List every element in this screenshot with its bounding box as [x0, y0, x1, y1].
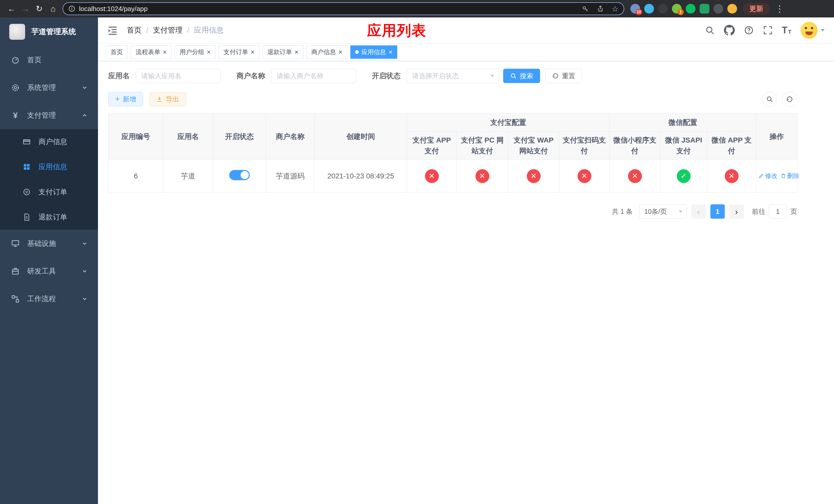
- share-icon[interactable]: [597, 5, 604, 12]
- tab-refund-orders[interactable]: 退款订单: [263, 45, 303, 59]
- help-icon[interactable]: [744, 25, 754, 35]
- browser-update-button[interactable]: 更新: [743, 3, 770, 15]
- close-icon[interactable]: [338, 49, 343, 55]
- extension-avatar-icon[interactable]: 1: [672, 4, 682, 14]
- workflow-icon: [10, 294, 21, 304]
- col-header-alipay-pc: 支付宝 PC 网站支付: [457, 132, 508, 160]
- address-bar[interactable]: localhost:1024/pay/app: [63, 2, 624, 15]
- logo-title: 芋道管理系统: [31, 27, 76, 37]
- chevron-down-icon: [82, 240, 88, 247]
- document-icon: [22, 212, 32, 222]
- chevron-down-icon: [679, 210, 682, 214]
- sidebar-item-merchant-info[interactable]: 商户信息: [0, 129, 98, 154]
- extension-wechat-icon[interactable]: [686, 4, 696, 14]
- extension-pin-icon[interactable]: [714, 4, 723, 14]
- close-icon[interactable]: [163, 49, 167, 55]
- breadcrumb-home[interactable]: 首页: [127, 25, 141, 36]
- sidebar-item-payment[interactable]: 支付管理: [0, 101, 98, 129]
- close-icon[interactable]: [250, 49, 255, 55]
- alipay-pc-status-icon: [476, 169, 489, 183]
- total-count: 共 1 条: [612, 207, 633, 216]
- extension-puzzle-icon[interactable]: 10: [630, 4, 640, 14]
- goto-page-input[interactable]: [769, 204, 787, 219]
- edit-link[interactable]: 修改: [758, 172, 777, 180]
- col-header-created: 创建时间: [315, 114, 407, 160]
- merchant-name-input[interactable]: [271, 69, 356, 83]
- extension-dark-icon[interactable]: [658, 4, 668, 14]
- alipay-qr-status-icon: [577, 169, 591, 183]
- refresh-icon: [552, 72, 559, 79]
- tab-home[interactable]: 首页: [106, 45, 128, 59]
- reset-button[interactable]: 重置: [545, 69, 582, 83]
- sidebar-logo[interactable]: 芋道管理系统: [0, 18, 98, 46]
- toolbox-icon: [10, 266, 21, 276]
- toggle-search-button[interactable]: [762, 92, 777, 107]
- browser-home-icon[interactable]: [46, 2, 60, 16]
- app-name-input[interactable]: [136, 69, 221, 83]
- browser-back-icon[interactable]: [5, 2, 19, 16]
- extension-face-icon[interactable]: [727, 4, 737, 14]
- hamburger-icon[interactable]: [107, 25, 118, 36]
- status-toggle[interactable]: [229, 170, 250, 180]
- sidebar-item-payment-orders[interactable]: 支付订单: [0, 180, 98, 205]
- col-group-alipay: 支付宝配置: [407, 114, 610, 132]
- search-button[interactable]: 搜索: [503, 69, 540, 83]
- page-content: 应用名 商户名称 开启状态 请选择开启状态 搜索: [98, 61, 834, 504]
- cell-merchant: 芋道源码: [266, 160, 315, 192]
- sidebar-item-dev-tools[interactable]: 研发工具: [0, 257, 98, 285]
- tab-user-group[interactable]: 用户分组: [175, 45, 215, 59]
- trash-icon: [781, 173, 786, 179]
- page-number-1[interactable]: 1: [710, 204, 725, 219]
- fullscreen-icon[interactable]: [763, 25, 773, 35]
- add-button[interactable]: 新增: [108, 92, 143, 107]
- delete-link[interactable]: 删除: [781, 172, 799, 180]
- close-icon[interactable]: [295, 49, 299, 55]
- sidebar-item-home[interactable]: 首页: [0, 46, 98, 74]
- col-header-wx-mini: 微信小程序支付: [610, 132, 660, 160]
- search-icon[interactable]: [705, 25, 715, 35]
- password-key-icon[interactable]: [582, 5, 589, 12]
- page-size-select[interactable]: 10条/页: [639, 204, 687, 219]
- status-select[interactable]: 请选择开启状态: [407, 69, 499, 83]
- browser-menu-icon[interactable]: [774, 4, 785, 14]
- extension-drop-icon[interactable]: [644, 4, 654, 14]
- pagination: 共 1 条 10条/页 1 前往 页: [108, 204, 797, 219]
- col-header-merchant: 商户名称: [266, 114, 315, 160]
- sidebar-item-app-info[interactable]: 应用信息: [0, 154, 98, 180]
- browser-reload-icon[interactable]: [32, 2, 46, 16]
- col-group-wechat: 微信配置: [610, 114, 756, 132]
- col-header-alipay-wap: 支付宝 WAP 网站支付: [508, 132, 559, 160]
- status-label: 开启状态: [372, 71, 401, 81]
- tab-process-form[interactable]: 流程表单: [131, 45, 172, 59]
- tab-payment-orders[interactable]: 支付订单: [219, 45, 259, 59]
- breadcrumb-payment[interactable]: 支付管理: [153, 25, 182, 36]
- table-toolbar: 新增 导出: [108, 92, 797, 107]
- extension-green-square-icon[interactable]: [700, 4, 709, 14]
- sidebar-item-infrastructure[interactable]: 基础设施: [0, 230, 98, 257]
- next-page-button[interactable]: [729, 204, 744, 219]
- col-header-app-id: 应用编号: [109, 114, 163, 160]
- prev-page-button[interactable]: [692, 204, 706, 219]
- github-icon[interactable]: [724, 25, 735, 36]
- extension-badge: 1: [678, 9, 684, 15]
- browser-forward-icon[interactable]: [19, 2, 32, 16]
- user-avatar[interactable]: [801, 22, 825, 39]
- close-icon[interactable]: [207, 49, 211, 55]
- bookmark-star-icon[interactable]: [612, 4, 619, 13]
- tab-app-info[interactable]: 应用信息: [350, 45, 397, 59]
- browser-chrome: localhost:1024/pay/app 10 1 更新: [0, 0, 834, 18]
- font-size-icon[interactable]: [782, 26, 791, 35]
- pencil-icon: [758, 173, 764, 179]
- close-icon[interactable]: [389, 49, 392, 55]
- tags-view-bar: 首页 流程表单 用户分组 支付订单 退款订单 商户信息: [98, 43, 834, 61]
- table-row: 6 芋道 芋道源码 2021-10-23 08:49:25: [109, 160, 797, 192]
- sidebar-item-refund-orders[interactable]: 退款订单: [0, 205, 98, 230]
- chevron-down-icon: [82, 85, 88, 91]
- export-button[interactable]: 导出: [149, 92, 186, 107]
- refresh-button[interactable]: [782, 92, 797, 107]
- apps-table: 应用编号 应用名 开启状态 商户名称 创建时间 支付宝配置 微信配置 操作 支付…: [108, 113, 797, 192]
- sidebar-item-workflow[interactable]: 工作流程: [0, 285, 98, 313]
- sidebar-item-system[interactable]: 系统管理: [0, 74, 98, 101]
- tab-merchant-info[interactable]: 商户信息: [306, 45, 347, 59]
- site-info-icon[interactable]: [68, 5, 75, 12]
